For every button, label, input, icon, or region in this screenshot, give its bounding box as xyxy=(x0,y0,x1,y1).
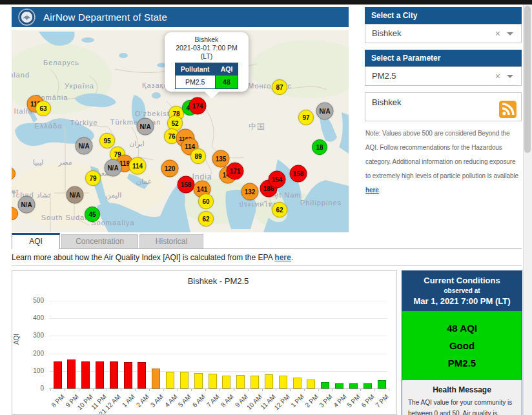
city-select-value: Bishkek xyxy=(372,28,402,38)
map-popup: Bishkek 2021-03-01 7:00 PM (LT) Pollutan… xyxy=(165,32,249,92)
parameter-caret-icon[interactable] xyxy=(507,75,513,78)
current-conditions-panel: Current Conditions observed at Mar 1, 20… xyxy=(402,270,522,415)
aqi-marker[interactable]: 174 xyxy=(189,97,207,115)
chart-bar xyxy=(363,383,372,389)
tab-concentration[interactable]: Concentration xyxy=(61,234,138,248)
chart-axis-tick xyxy=(389,389,389,391)
conditions-observed-at: observed at xyxy=(405,287,519,294)
chart-axis-tick xyxy=(205,389,206,391)
chart-gridline xyxy=(49,301,387,301)
aqi-marker[interactable]: 87 xyxy=(272,79,287,95)
chart-gridline xyxy=(49,318,387,319)
chart-bar xyxy=(307,380,315,389)
aqi-marker[interactable]: 97 xyxy=(298,110,314,125)
chart-x-tick-label: 5 PM xyxy=(346,393,362,409)
chart-bar xyxy=(96,361,104,389)
aqi-marker[interactable]: 18 xyxy=(312,139,327,155)
tab-divider xyxy=(12,248,522,249)
learn-more-prefix: Learn more about how the Air Quality Ind… xyxy=(12,253,274,262)
chart-x-tick-label: 12 PM xyxy=(273,393,291,411)
aqi-marker[interactable]: N/A xyxy=(76,137,93,155)
chart-axis-tick xyxy=(248,389,249,391)
aqi-marker[interactable]: N/A xyxy=(137,118,154,136)
chart-y-tick-label: 0 xyxy=(18,385,44,392)
chart-x-tick-label: 6 PM xyxy=(360,393,376,409)
parameter-clear-icon[interactable]: × xyxy=(495,67,500,85)
chart-bar xyxy=(349,383,358,389)
note-suffix: . xyxy=(379,187,381,194)
chart-y-tick-label: 300 xyxy=(18,332,44,339)
epa-link[interactable]: here xyxy=(274,253,291,262)
city-clear-icon[interactable]: × xyxy=(495,25,500,43)
app-header: AirNow Department of State xyxy=(12,7,349,27)
conditions-datetime: Mar 1, 2021 7:00 PM (LT) xyxy=(405,296,519,306)
chart-bar xyxy=(110,361,118,389)
scrollbar-thumb[interactable] xyxy=(524,6,531,153)
beyond-aqi-note: Note: Values above 500 are considered Be… xyxy=(365,127,522,197)
conditions-header: Current Conditions observed at Mar 1, 20… xyxy=(402,271,522,311)
aqi-marker[interactable]: 60 xyxy=(198,194,214,209)
aqi-marker[interactable]: 89 xyxy=(190,148,206,164)
aqi-marker[interactable]: 45 xyxy=(85,207,100,222)
aqi-marker[interactable]: 120 xyxy=(161,160,179,177)
chart-x-tick-label: 3 PM xyxy=(318,393,333,409)
chart-bar xyxy=(335,383,343,389)
chart-bar xyxy=(166,372,174,389)
parameter-select[interactable]: PM2.5 × xyxy=(365,66,522,86)
app-title: AirNow Department of State xyxy=(43,12,167,23)
select-city-header: Select a City xyxy=(365,7,522,24)
city-caret-icon[interactable] xyxy=(507,32,513,35)
chart-bar xyxy=(152,369,160,389)
aqi-marker[interactable]: 135 xyxy=(212,150,230,168)
aqi-marker[interactable]: 114 xyxy=(129,157,147,175)
chart-bar xyxy=(209,374,217,389)
chart-y-tick-label: 200 xyxy=(18,350,44,357)
popup-datetime: 2021-03-01 7:00 PM xyxy=(165,44,249,52)
note-here-link[interactable]: here xyxy=(365,187,379,194)
chart-axis-tick xyxy=(149,389,150,391)
tab-aqi[interactable]: AQI xyxy=(12,233,60,249)
chart-y-tick-label: 400 xyxy=(18,314,44,321)
rss-icon[interactable] xyxy=(499,101,517,118)
chart-y-tick-label: 500 xyxy=(18,297,44,304)
aqi-marker[interactable]: 158 xyxy=(178,176,195,194)
chart-bar xyxy=(222,376,230,389)
aqi-marker[interactable]: N/A xyxy=(18,196,36,214)
popup-city: Bishkek xyxy=(165,35,249,44)
chart-axis-tick xyxy=(332,389,333,391)
chart-bar xyxy=(54,361,62,389)
aqi-marker[interactable]: 63 xyxy=(36,101,51,116)
aqi-marker[interactable]: 154 xyxy=(269,171,286,188)
chart-x-tick-label: 1 PM xyxy=(290,393,305,409)
aqi-marker[interactable]: N/A xyxy=(316,103,334,120)
chart-axis-tick xyxy=(347,389,347,391)
chart-gridline xyxy=(49,389,387,389)
city-select[interactable]: Bishkek × xyxy=(365,24,522,43)
chart-axis-tick xyxy=(178,389,178,391)
chart-x-tick-label: 8 PM xyxy=(50,393,65,409)
content-divider xyxy=(12,265,522,266)
chart-axis-tick xyxy=(220,389,220,391)
aqi-marker[interactable]: 158 xyxy=(290,165,307,183)
chart-axis-tick xyxy=(191,389,192,391)
chart-x-tick-label: 2 AM xyxy=(135,393,150,409)
chart-bar xyxy=(378,380,386,389)
aqi-marker[interactable]: 132 xyxy=(241,183,259,201)
aqi-marker[interactable]: 95 xyxy=(99,133,115,148)
chart-axis-tick xyxy=(276,389,276,391)
tab-historical[interactable]: Historical xyxy=(139,234,203,248)
chart-bar xyxy=(251,376,259,389)
chart-x-tick-label: 3 AM xyxy=(149,393,165,409)
aqi-marker[interactable]: 79 xyxy=(85,170,101,186)
aqi-marker[interactable]: 62 xyxy=(198,211,214,227)
chart-bar xyxy=(194,373,203,389)
aqi-marker[interactable]: N/A xyxy=(66,187,84,204)
chart-bar xyxy=(81,361,90,389)
learn-more-text: Learn more about how the Air Quality Ind… xyxy=(12,253,293,262)
aqi-marker[interactable]: 171 xyxy=(227,163,244,180)
aqi-map[interactable]: БеларусьУкраїнаDeutschlandRomâniaItaliaΕ… xyxy=(12,30,349,232)
aqi-marker[interactable]: 62 xyxy=(272,202,287,218)
chart-x-tick-label: 10 AM xyxy=(245,393,263,411)
aqi-marker[interactable]: N/A xyxy=(105,159,122,177)
chart-gridline xyxy=(49,336,387,336)
